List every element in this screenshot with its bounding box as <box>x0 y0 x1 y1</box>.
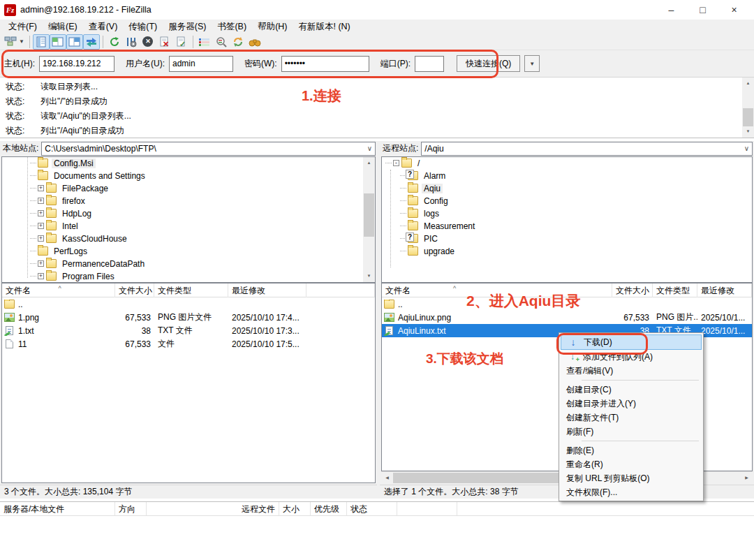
context-menu-item[interactable]: 创建目录(C) <box>561 383 702 397</box>
tree-item[interactable]: + HdpLog <box>2 207 375 220</box>
refresh-button[interactable] <box>106 34 123 50</box>
menu-bar-item[interactable]: 传输(T) <box>123 20 163 34</box>
column-header-type[interactable]: 文件类型 <box>154 283 228 297</box>
scroll-up-icon[interactable]: ▲ <box>742 78 754 89</box>
tree-expander[interactable]: + <box>38 223 44 229</box>
tree-expander[interactable]: + <box>38 235 44 242</box>
queue-column-header[interactable]: 大小 <box>279 502 311 515</box>
tree-item[interactable]: Config.Msi <box>2 157 375 170</box>
column-header-size[interactable]: 文件大小 <box>115 283 154 297</box>
scroll-up-icon[interactable]: ▲ <box>363 157 375 169</box>
process-queue-button[interactable] <box>123 34 140 50</box>
queue-column-header[interactable]: 状态 <box>347 502 397 515</box>
menu-bar-item[interactable]: 帮助(H) <box>252 20 293 34</box>
context-menu-item[interactable]: 删除(E) <box>561 443 702 457</box>
context-menu-item[interactable]: 文件权限(F)... <box>561 485 702 499</box>
file-row[interactable]: .. <box>2 297 375 311</box>
tree-expander[interactable]: + <box>38 185 44 191</box>
cancel-icon: ✕ <box>142 36 153 47</box>
cancel-button[interactable]: ✕ <box>140 34 156 50</box>
remote-site-path: /Aqiu <box>424 144 744 154</box>
file-row[interactable]: 1.png 67,533 PNG 图片文件 2025/10/10 17:4... <box>2 311 375 324</box>
toggle-remote-tree-button[interactable] <box>66 34 83 50</box>
tree-item[interactable]: logs <box>382 207 752 220</box>
scroll-left-icon[interactable]: ◀ <box>381 472 393 484</box>
menu-bar-item[interactable]: 文件(F) <box>3 20 43 34</box>
disconnect-button[interactable]: ✕ <box>156 34 173 50</box>
synchronized-browsing-button[interactable] <box>230 34 246 50</box>
tree-item[interactable]: upgrade <box>382 245 752 258</box>
chevron-down-icon[interactable]: ∨ <box>744 145 749 152</box>
tree-item[interactable]: Config <box>382 195 752 207</box>
find-files-button[interactable] <box>246 34 263 50</box>
directory-listing-filters-button[interactable] <box>196 34 213 50</box>
menu-bar-item[interactable]: 有新版本! (N) <box>293 20 355 34</box>
queue-column-header[interactable]: 优先级 <box>311 502 347 515</box>
chevron-down-icon[interactable]: ∨ <box>367 145 372 152</box>
toggle-transfer-queue-button[interactable] <box>83 34 100 50</box>
site-manager-button[interactable]: ▼ <box>2 34 27 50</box>
directory-comparison-button[interactable] <box>213 34 230 50</box>
tree-item[interactable]: Measurement <box>382 220 752 233</box>
tree-item[interactable]: + Intel <box>2 220 375 233</box>
remote-site-combobox[interactable]: /Aqiu ∨ <box>421 142 753 156</box>
queue-column-header[interactable]: 方向 <box>115 502 147 515</box>
close-button[interactable]: × <box>718 1 750 19</box>
scrollbar-thumb[interactable] <box>364 193 374 237</box>
toggle-message-log-button[interactable] <box>33 34 50 50</box>
menu-bar-item[interactable]: 查看(V) <box>83 20 124 34</box>
toggle-local-tree-button[interactable] <box>50 34 66 50</box>
tree-item[interactable]: Alarm <box>382 170 752 182</box>
quickconnect-dropdown-button[interactable]: ▼ <box>524 55 540 72</box>
column-header-size[interactable]: 文件大小 <box>612 283 653 297</box>
queue-column-header[interactable]: 服务器/本地文件 <box>0 502 115 515</box>
reconnect-button[interactable]: ✓ <box>173 34 190 50</box>
context-menu-item[interactable]: 创建目录并进入(Y) <box>561 397 702 411</box>
scroll-right-icon[interactable]: ▶ <box>741 472 753 484</box>
context-menu-item[interactable]: 创建新文件(T) <box>561 411 702 425</box>
queue-column-header[interactable]: 远程文件 <box>147 502 279 515</box>
tree-item[interactable]: Aqiu <box>382 182 752 195</box>
tree-item[interactable]: Documents and Settings <box>2 170 375 182</box>
tree-item[interactable]: + KassCloudHouse <box>2 233 375 245</box>
column-header-modified[interactable]: 最近修改 <box>697 283 752 297</box>
tree-item[interactable]: + PermanenceDataPath <box>2 258 375 270</box>
column-header-modified[interactable]: 最近修改 <box>228 283 306 297</box>
tree-item[interactable]: + FilePackage <box>2 182 375 195</box>
tree-item[interactable]: + Program Files <box>2 270 375 283</box>
context-menu-item[interactable]: 查看/编辑(V) <box>561 364 702 378</box>
menu-bar-item[interactable]: 编辑(E) <box>43 20 83 34</box>
tree-item-label: upgrade <box>422 246 457 256</box>
tree-item[interactable]: + firefox <box>2 195 375 207</box>
site-manager-dropdown-icon[interactable]: ▼ <box>19 38 24 45</box>
column-header-name[interactable]: 文件名^ <box>2 283 115 297</box>
site-manager-icon <box>4 36 17 47</box>
context-menu-item[interactable]: 复制 URL 到剪贴板(O) <box>561 471 702 485</box>
tree-expander[interactable]: + <box>38 273 44 279</box>
scroll-down-icon[interactable]: ▼ <box>742 126 754 138</box>
tree-item[interactable]: PIC <box>382 233 752 245</box>
menu-bar-item[interactable]: 书签(B) <box>212 20 252 34</box>
tree-expander[interactable]: + <box>38 198 44 204</box>
log-scrollbar[interactable]: ▲ ▼ <box>742 78 754 138</box>
maximize-button[interactable]: □ <box>687 1 718 19</box>
tree-item[interactable]: - / <box>382 157 752 170</box>
file-row[interactable]: 1.txt 38 TXT 文件 2025/10/10 17:3... <box>2 324 375 337</box>
column-header-type[interactable]: 文件类型 <box>653 283 697 297</box>
tree-expander[interactable]: + <box>38 260 44 267</box>
tree-expander[interactable]: - <box>393 160 399 166</box>
tree-expander[interactable]: + <box>38 210 44 216</box>
tree-item[interactable]: PerfLogs <box>2 245 375 258</box>
file-row[interactable]: 11 67,533 文件 2025/10/10 17:5... <box>2 337 375 351</box>
file-row[interactable]: AqiuLinux.png 67,533 PNG 图片... 2025/10/1… <box>382 311 752 324</box>
queue-column-header[interactable] <box>397 502 457 515</box>
local-site-combobox[interactable]: C:\Users\admin\Desktop\FTP\ ∨ <box>41 142 376 156</box>
local-tree-scrollbar[interactable]: ▲ ▼ <box>363 157 375 282</box>
scroll-down-icon[interactable]: ▼ <box>363 270 375 282</box>
minimize-button[interactable]: – <box>656 1 687 19</box>
scrollbar-thumb[interactable] <box>743 108 753 126</box>
menu-bar-item[interactable]: 服务器(S) <box>163 20 212 34</box>
binoculars-icon <box>249 37 261 47</box>
context-menu-item[interactable]: 重命名(R) <box>561 457 702 471</box>
context-menu-item[interactable]: 刷新(F) <box>561 425 702 439</box>
